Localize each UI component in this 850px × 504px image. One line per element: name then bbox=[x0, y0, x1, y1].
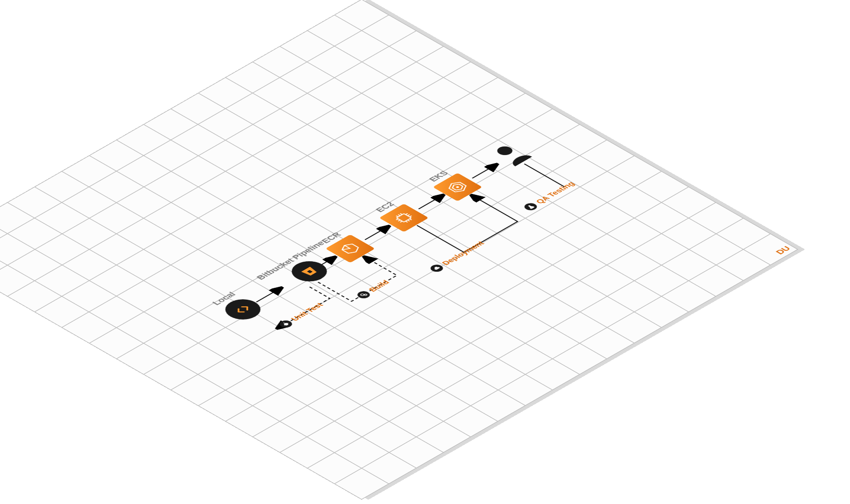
svg-point-25 bbox=[360, 293, 365, 296]
svg-line-22 bbox=[284, 323, 285, 323]
svg-line-10 bbox=[406, 221, 407, 222]
svg-line-4 bbox=[472, 165, 497, 178]
connections bbox=[0, 0, 798, 499]
svg-line-7 bbox=[396, 216, 398, 217]
isometric-wrapper: Local Bitbucket Pipeline ECR bbox=[361, 124, 798, 375]
grid-board: Local Bitbucket Pipeline ECR bbox=[0, 0, 798, 500]
svg-line-2 bbox=[365, 226, 388, 239]
diagram-stage: Local Bitbucket Pipeline ECR bbox=[0, 0, 850, 504]
svg-line-0 bbox=[256, 288, 281, 302]
svg-line-15 bbox=[400, 221, 402, 222]
svg-point-19 bbox=[455, 186, 459, 188]
svg-line-23 bbox=[284, 325, 285, 325]
svg-line-12 bbox=[409, 219, 411, 220]
svg-line-13 bbox=[396, 219, 398, 220]
svg-line-18 bbox=[409, 216, 411, 217]
svg-line-16 bbox=[406, 213, 407, 214]
svg-point-20 bbox=[494, 145, 516, 157]
svg-line-17 bbox=[407, 215, 409, 216]
svg-line-14 bbox=[398, 220, 400, 221]
svg-line-11 bbox=[407, 220, 409, 221]
svg-line-9 bbox=[400, 213, 402, 214]
svg-line-24 bbox=[287, 323, 288, 323]
svg-line-3 bbox=[419, 195, 443, 209]
svg-line-8 bbox=[398, 215, 400, 216]
svg-point-26 bbox=[364, 294, 367, 296]
